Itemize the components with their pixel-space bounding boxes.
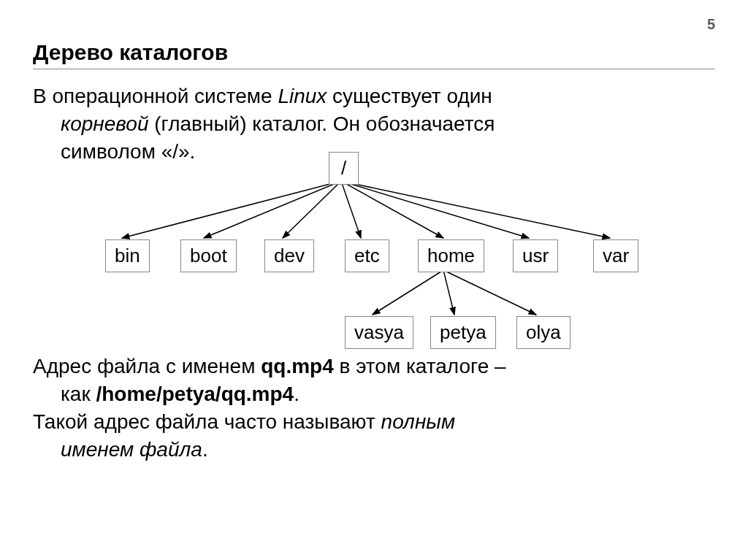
p1-t4: корневой	[61, 112, 149, 135]
slide-title: Дерево каталогов	[33, 40, 715, 65]
node-boot: boot	[180, 239, 237, 272]
p3-t2: полным	[381, 410, 456, 433]
node-bin: bin	[105, 239, 150, 272]
node-olya: olya	[516, 316, 570, 349]
p2-t1: Адрес файла с именем	[33, 355, 261, 377]
node-dev: dev	[264, 239, 314, 272]
node-home: home	[418, 239, 484, 272]
p1-t1: В операционной системе	[33, 85, 278, 107]
divider	[33, 69, 715, 69]
p2-t2: qq.mp4	[261, 355, 334, 377]
p1-t3: существует один	[327, 85, 492, 107]
svg-line-7	[341, 181, 610, 238]
node-etc: etc	[345, 239, 389, 272]
node-usr: usr	[513, 239, 558, 272]
tree-diagram: / bin boot dev etc home usr var vasya pe…	[45, 152, 703, 345]
svg-line-4	[341, 181, 361, 238]
svg-line-1	[122, 181, 341, 238]
node-root: /	[329, 152, 359, 185]
p3-t1: Такой адрес файла часто называют	[33, 410, 381, 433]
p1-t5: (главный) каталог. Он обозначается	[149, 112, 495, 135]
svg-line-2	[204, 181, 341, 238]
p2-t4: как	[61, 383, 96, 405]
p3-t3: именем файла	[61, 438, 202, 461]
paragraph-3: Такой адрес файла часто называют полным …	[33, 408, 715, 464]
node-var: var	[593, 239, 638, 272]
svg-line-10	[443, 270, 536, 315]
p2-t5: /home/petya/qq.mp4	[96, 383, 294, 405]
page-number: 5	[707, 16, 715, 33]
svg-line-8	[373, 270, 443, 315]
node-vasya: vasya	[345, 316, 413, 349]
p2-t3: в этом каталоге –	[334, 355, 506, 377]
svg-line-6	[341, 181, 529, 238]
node-petya: petya	[430, 316, 496, 349]
p3-t4: .	[202, 438, 208, 461]
paragraph-2: Адрес файла с именем qq.mp4 в этом катал…	[33, 353, 715, 408]
p2-t6: .	[294, 383, 299, 405]
svg-line-3	[283, 181, 341, 238]
svg-line-5	[341, 181, 443, 238]
p1-t2: Linux	[278, 85, 327, 107]
svg-line-9	[443, 270, 454, 315]
